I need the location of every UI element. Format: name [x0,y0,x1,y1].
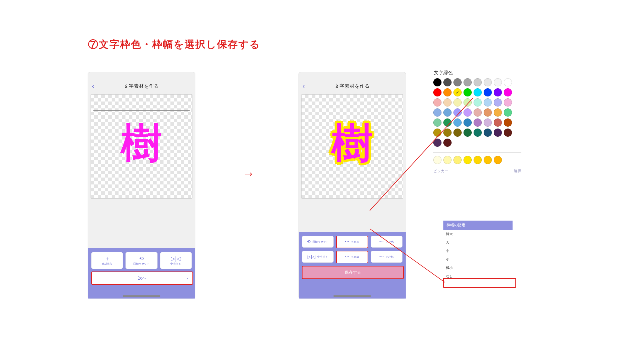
reset-rotation-button[interactable]: ⟲ 回転リセット [125,252,157,269]
color-swatch[interactable] [504,129,512,137]
step-title: ⑦文字枠色・枠幅を選択し保存する [88,38,260,52]
color-swatch[interactable] [464,88,472,96]
back-button[interactable]: ‹ [303,82,305,90]
plus-icon: ＋ [104,256,110,261]
recent-color-swatch[interactable] [443,156,452,164]
color-swatch[interactable] [453,88,462,96]
chevron-right-icon: › [187,276,188,281]
reset-rotation-button[interactable]: ⟲ 回転リセット [302,236,334,248]
inner-border-color-button[interactable]: 〰 内枠色 [371,236,402,248]
color-swatch[interactable] [433,118,441,127]
color-swatch[interactable] [464,108,472,117]
recent-color-swatch[interactable] [433,156,441,164]
color-swatch[interactable] [484,118,492,127]
color-swatch[interactable] [504,78,512,86]
color-swatch[interactable] [474,118,482,127]
color-swatch[interactable] [443,78,452,86]
color-swatch[interactable] [443,139,452,147]
color-swatch[interactable] [494,98,502,107]
color-swatch[interactable] [443,98,452,107]
border-color-icon: 〰 [380,239,384,244]
color-swatch[interactable] [484,78,492,86]
color-swatch[interactable] [464,129,472,137]
color-swatch[interactable] [464,118,472,127]
color-swatch[interactable] [453,129,462,137]
color-swatch[interactable] [474,78,482,86]
color-swatch[interactable] [474,129,482,137]
center-align-button[interactable]: ▷|◁ 中央揃え [160,252,192,269]
color-swatch[interactable] [494,108,502,117]
color-swatch[interactable] [474,98,482,107]
back-button[interactable]: ‹ [92,82,94,90]
recent-color-swatch[interactable] [494,156,502,164]
color-swatch[interactable] [464,78,472,86]
width-option[interactable]: 特大 [443,230,513,238]
color-swatch[interactable] [453,108,462,117]
bottom-toolbar: ＋ 素材追加 ⟲ 回転リセット ▷|◁ 中央揃え 次へ › [88,248,195,299]
recent-color-swatch[interactable] [453,156,462,164]
color-swatch[interactable] [433,108,441,117]
color-swatch[interactable] [443,118,452,127]
canvas-character[interactable]: 樹 [332,116,373,171]
color-swatch[interactable] [474,108,482,117]
color-swatch[interactable] [433,139,441,147]
color-swatch[interactable] [443,88,452,96]
bottom-toolbar: ⟲ 回転リセット 〰 外枠色 〰 内枠色 ▷|◁ 中央揃え 〰 [299,232,406,299]
canvas-character[interactable]: 樹 [121,116,162,171]
color-swatch[interactable] [504,88,512,96]
width-option[interactable]: 大 [443,238,513,247]
color-swatch[interactable] [494,118,502,127]
color-swatch[interactable] [453,118,462,127]
inner-border-width-button[interactable]: 〰 内枠幅 [371,251,402,263]
color-swatch[interactable] [484,108,492,117]
color-swatch-grid [433,78,521,147]
color-swatch[interactable] [433,98,441,107]
color-swatch[interactable] [443,108,452,117]
next-button[interactable]: 次へ › [91,272,193,285]
width-panel-header: 枠幅の指定 [443,221,513,230]
editor-canvas[interactable]: 樹 [91,94,192,199]
color-swatch[interactable] [494,129,502,137]
outer-border-color-button[interactable]: 〰 外枠色 [336,236,369,248]
editor-canvas[interactable]: 樹 [301,94,403,199]
color-swatch[interactable] [484,98,492,107]
color-swatch[interactable] [464,98,472,107]
select-tab[interactable]: 選択 [514,168,521,174]
color-picker-panel: 文字縁色 ピッカー 選択 [433,70,521,174]
rotate-reset-icon: ⟲ [307,239,311,244]
label: 回転リセット [133,262,149,266]
border-width-panel: 枠幅の指定 特大大中小極小なし [443,221,513,281]
color-swatch[interactable] [504,98,512,107]
rotate-reset-icon: ⟲ [139,256,144,261]
label: 中央揃え [170,262,181,266]
add-material-button[interactable]: ＋ 素材追加 [91,252,123,269]
recent-color-swatch[interactable] [474,156,482,164]
color-swatch[interactable] [433,129,441,137]
save-button[interactable]: 保存する [302,266,404,279]
border-color-icon: 〰 [345,240,349,244]
color-swatch[interactable] [494,78,502,86]
center-align-icon: ▷|◁ [171,256,181,261]
color-swatch[interactable] [453,78,462,86]
color-swatch[interactable] [474,88,482,96]
width-option[interactable]: なし [443,272,513,281]
recent-color-swatch[interactable] [464,156,472,164]
color-swatch[interactable] [504,108,512,117]
color-swatch[interactable] [484,129,492,137]
color-swatch[interactable] [484,88,492,96]
color-swatch[interactable] [433,88,441,96]
color-swatch[interactable] [453,98,462,107]
recent-color-swatch[interactable] [484,156,492,164]
width-option[interactable]: 極小 [443,264,513,272]
screen-title: 文字素材を作る [335,83,370,89]
outer-border-width-button[interactable]: 〰 外枠幅 [336,251,369,263]
picker-tab[interactable]: ピッカー [433,168,448,174]
width-option[interactable]: 小 [443,255,513,264]
color-swatch[interactable] [443,129,452,137]
color-swatch[interactable] [433,78,441,86]
color-swatch[interactable] [504,118,512,127]
color-swatch[interactable] [494,88,502,96]
center-align-button[interactable]: ▷|◁ 中央揃え [302,251,334,263]
navbar: ‹ 文字素材を作る [299,80,406,92]
width-option[interactable]: 中 [443,247,513,255]
